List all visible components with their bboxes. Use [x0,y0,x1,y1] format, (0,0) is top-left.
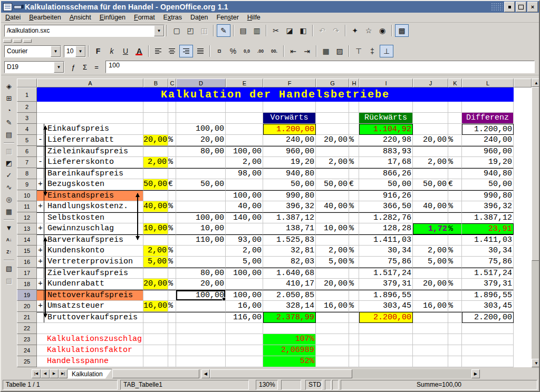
row-header-14[interactable]: 14 [17,234,37,246]
export-document-button[interactable]: ▤ [237,25,249,36]
cell-C12[interactable] [168,212,176,223]
cell-J21[interactable] [413,312,448,323]
cell-L8[interactable]: 940,80 [462,168,514,179]
row-header-18[interactable]: 18 [17,279,37,290]
cell-J18[interactable]: 20,00 [413,279,448,290]
cell-B14[interactable] [143,234,168,246]
cell-B5[interactable]: 20,00 [143,135,168,146]
cell-J14[interactable] [413,234,448,246]
cell-K25[interactable] [448,356,462,367]
function-wizard-button[interactable]: ƒ [68,62,79,72]
cell-L2[interactable] [462,102,514,113]
paste-button[interactable]: ◧ [297,25,310,36]
cell-F22[interactable] [263,323,316,334]
col-header-B[interactable]: B [143,79,168,87]
equals-button[interactable]: = [91,62,102,72]
insert-chart-button[interactable]: ◔ [3,104,15,116]
cell-A23[interactable]: Kalkulationszuschlag [37,334,143,345]
close-button[interactable]: × [527,2,538,12]
scroll-down-icon[interactable]: ▼ [532,359,540,367]
dropdown-arrow-icon[interactable]: ▼ [51,46,61,57]
cell-J4[interactable] [413,124,448,135]
autoformat-button[interactable]: ▥ [3,145,15,156]
cell-A15[interactable]: +Kundenskonto [37,246,143,257]
cell-D6[interactable]: 80,00 [176,146,226,157]
cut-button[interactable]: ✂ [269,25,282,36]
background-color-button[interactable]: ▨ [333,45,346,57]
col-header-C[interactable]: C [168,79,176,87]
col-header-F[interactable]: F [263,79,316,87]
cell-E3[interactable] [226,113,263,124]
menu-extras[interactable]: Extras [159,13,186,22]
cell-C4[interactable] [168,124,176,135]
cell-G4[interactable] [316,124,349,135]
cell-K12[interactable] [448,212,462,223]
row-header-24[interactable]: 24 [17,345,37,356]
cell-K23[interactable] [448,334,462,345]
cell-K4[interactable] [448,124,462,135]
select-all-corner[interactable] [17,79,37,87]
cell-F18[interactable]: 410,17 [263,279,316,290]
save-document-button[interactable]: ◫ [198,25,210,36]
cell-I17[interactable]: 1.517,24 [359,268,413,279]
cell-A7[interactable]: -Liefererskonto [37,157,143,168]
cell-E14[interactable]: 93,00 [226,234,263,246]
cell-H24[interactable] [349,345,359,356]
zoom-button[interactable]: ☆ [362,25,375,36]
gallery-button[interactable]: ▩ [395,24,409,37]
cell-B13[interactable]: 10,00 [143,223,168,234]
status-selection-mode[interactable]: STD [305,380,322,390]
cell-G16[interactable]: 5,00 [316,257,349,268]
cell-F25[interactable]: 52% [263,356,316,367]
menu-ansicht[interactable]: Ansicht [65,13,95,22]
cell-F19[interactable]: 2.050,85 [263,290,316,301]
cell-G17[interactable] [316,268,349,279]
dropdown-arrow-icon[interactable]: ▼ [154,25,164,36]
cell-E24[interactable] [226,345,263,356]
scroll-left-icon[interactable]: ◀ [201,369,210,378]
cell-H23[interactable] [349,334,359,345]
cell-D10[interactable] [176,190,226,201]
form-functions-button[interactable]: ▤ [3,129,15,140]
cell-F20[interactable]: 328,14 [263,301,316,312]
align-justify-button[interactable] [194,45,207,57]
previous-sheet-button[interactable]: ◀ [41,369,50,378]
cell-E20[interactable]: 16,00 [226,301,263,312]
cell-H3[interactable] [349,113,359,124]
cell-L12[interactable]: 1.387,12 [462,212,514,223]
cell-E12[interactable]: 140,00 [226,212,263,223]
cell-I7[interactable]: 17,68 [359,157,413,168]
cell-H18[interactable]: % [349,279,359,290]
cell-D14[interactable]: 110,00 [176,234,226,246]
cell-E18[interactable] [226,279,263,290]
borders-button[interactable]: ▦ [320,45,332,57]
cell-I19[interactable]: 1.896,55 [359,290,413,301]
cell-H25[interactable] [349,356,359,367]
cell-H6[interactable] [349,146,359,157]
cell-A25[interactable]: Handelsspanne [37,356,143,367]
cell-D15[interactable] [176,246,226,257]
cell-B17[interactable] [143,268,168,279]
file-url-combo[interactable]: /kalkulation.sxc ▼ [4,25,165,37]
cell-H16[interactable]: % [349,257,359,268]
cell-D25[interactable] [176,356,226,367]
cell-L10[interactable]: 990,80 [462,190,514,201]
italic-button[interactable]: k [105,45,118,57]
cell-H2[interactable] [349,102,359,113]
menu-einfgen[interactable]: Einfügen [95,13,130,22]
cell-L20[interactable]: 303,45 [462,301,514,312]
cell-L22[interactable] [462,323,514,334]
cell-J24[interactable] [413,345,448,356]
cell-B18[interactable]: 20,00 [143,279,168,290]
cell-B20[interactable]: 16,00 [143,301,168,312]
cell-C13[interactable]: % [168,223,176,234]
cell-D20[interactable] [176,301,226,312]
cell-C14[interactable] [168,234,176,246]
cell-F11[interactable]: 396,32 [263,201,316,212]
cell-G14[interactable] [316,234,349,246]
cell-J9[interactable]: 50,00 [413,179,448,190]
cell-E13[interactable] [226,223,263,234]
cell-K10[interactable] [448,190,462,201]
cell-J13[interactable]: 1,72 [413,223,448,234]
cell-L25[interactable] [462,356,514,367]
